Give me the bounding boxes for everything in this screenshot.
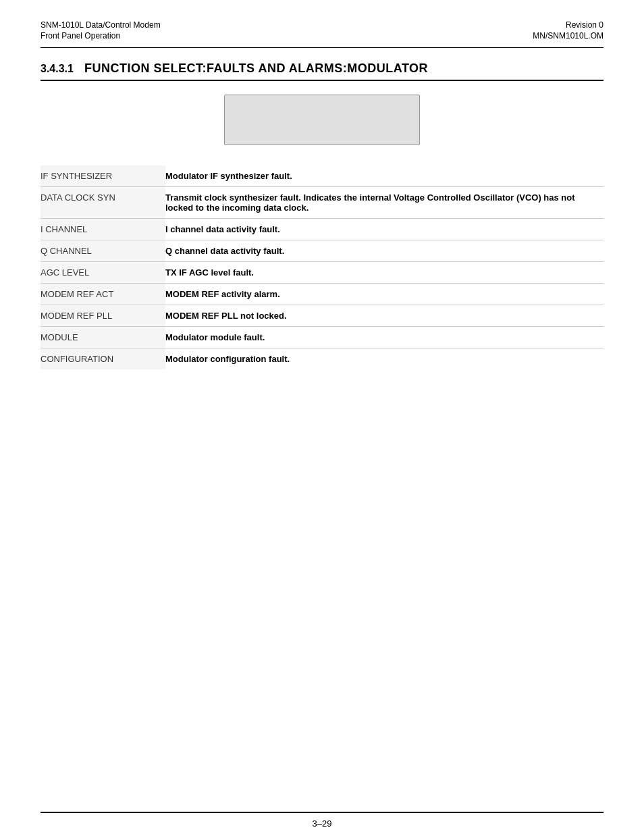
fault-description: MODEM REF activity alarm.: [165, 284, 603, 305]
fault-label: DATA CLOCK SYN: [41, 187, 165, 219]
fault-description: Transmit clock synthesizer fault. Indica…: [165, 187, 603, 219]
fault-label: Q CHANNEL: [41, 240, 165, 262]
table-row: MODEM REF PLLMODEM REF PLL not locked.: [41, 305, 603, 327]
fault-description: TX IF AGC level fault.: [165, 262, 603, 284]
lcd-display: [224, 95, 420, 145]
header-revision: Revision 0: [566, 20, 603, 30]
fault-description: MODEM REF PLL not locked.: [165, 305, 603, 327]
table-row: Q CHANNELQ channel data activity fault.: [41, 240, 603, 262]
fault-label: AGC LEVEL: [41, 262, 165, 284]
table-row: I CHANNELI channel data activity fault.: [41, 219, 603, 240]
header-right: Revision 0 MN/SNM1010L.OM: [533, 20, 603, 41]
table-row: AGC LEVELTX IF AGC level fault.: [41, 262, 603, 284]
main-content: 3.4.3.1 FUNCTION SELECT:FAULTS AND ALARM…: [0, 48, 644, 410]
footer-content: 3–29: [0, 813, 644, 834]
page-container: SNM-1010L Data/Control Modem Front Panel…: [0, 0, 644, 834]
fault-label: I CHANNEL: [41, 219, 165, 240]
fault-label: MODULE: [41, 327, 165, 348]
section-number: 3.4.3.1: [41, 63, 74, 75]
display-box-container: [41, 95, 603, 145]
page-header: SNM-1010L Data/Control Modem Front Panel…: [0, 0, 644, 47]
table-row: MODEM REF ACTMODEM REF activity alarm.: [41, 284, 603, 305]
table-row: DATA CLOCK SYNTransmit clock synthesizer…: [41, 187, 603, 219]
table-row: MODULEModulator module fault.: [41, 327, 603, 348]
fault-label: MODEM REF PLL: [41, 305, 165, 327]
table-row: CONFIGURATIONModulator configuration fau…: [41, 348, 603, 370]
fault-label: MODEM REF ACT: [41, 284, 165, 305]
table-row: IF SYNTHESIZERModulator IF synthesizer f…: [41, 165, 603, 187]
fault-label: CONFIGURATION: [41, 348, 165, 370]
header-docnum: MN/SNM1010L.OM: [533, 31, 603, 41]
fault-description: Q channel data activity fault.: [165, 240, 603, 262]
header-left: SNM-1010L Data/Control Modem Front Panel…: [41, 20, 161, 41]
faults-table: IF SYNTHESIZERModulator IF synthesizer f…: [41, 165, 603, 369]
fault-description: Modulator configuration fault.: [165, 348, 603, 370]
header-product: SNM-1010L Data/Control Modem: [41, 20, 161, 30]
page-footer: 3–29: [0, 812, 644, 834]
fault-description: I channel data activity fault.: [165, 219, 603, 240]
section-heading: 3.4.3.1 FUNCTION SELECT:FAULTS AND ALARM…: [41, 61, 603, 81]
fault-description: Modulator IF synthesizer fault.: [165, 165, 603, 187]
page-number: 3–29: [313, 818, 332, 829]
section-title: FUNCTION SELECT:FAULTS AND ALARMS:MODULA…: [84, 61, 428, 76]
fault-label: IF SYNTHESIZER: [41, 165, 165, 187]
fault-description: Modulator module fault.: [165, 327, 603, 348]
header-section: Front Panel Operation: [41, 31, 161, 41]
